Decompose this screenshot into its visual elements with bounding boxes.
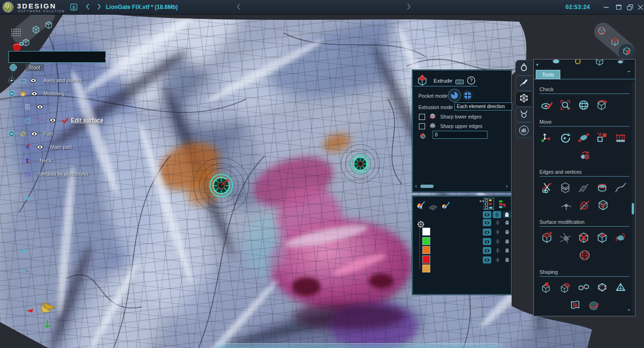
tree-item[interactable] — [0, 103, 151, 112]
layer-color-swatch[interactable] — [422, 246, 430, 254]
paint-picker-icon[interactable] — [441, 200, 451, 211]
eye-icon[interactable] — [30, 90, 38, 98]
eye-toggle[interactable] — [483, 247, 491, 254]
extend-corner-tool[interactable] — [559, 198, 573, 212]
weld-vertices-tool[interactable] — [577, 198, 592, 212]
maximize-button[interactable] — [614, 3, 623, 11]
deform-flag-tool[interactable] — [568, 298, 583, 312]
tree-item[interactable]: Section fix sketch(es) — [0, 170, 151, 179]
layer-list-view-button[interactable] — [484, 198, 494, 210]
sharp-lower-edges-label[interactable]: Sharp lower edges — [440, 114, 482, 119]
eye-icon[interactable] — [30, 130, 38, 138]
scroll-thumb[interactable] — [420, 185, 434, 188]
tab-jewelry-ring[interactable] — [515, 60, 531, 76]
eye-toggle[interactable] — [483, 219, 491, 226]
cube-edges-icon[interactable] — [610, 37, 620, 47]
freeze-toggle[interactable] — [493, 238, 502, 245]
tree-item-label[interactable]: Part — [44, 131, 53, 136]
eye-toggle-all[interactable] — [483, 211, 491, 218]
cube-face-selected[interactable] — [618, 44, 635, 60]
ring-marker-icon[interactable] — [573, 59, 583, 67]
scale-ellipse-tool[interactable] — [576, 130, 591, 144]
replace-face-tool[interactable] — [595, 230, 609, 245]
extrusion-mode-select[interactable]: Each element direction — [454, 102, 512, 110]
scroll-down-icon[interactable]: ⌄ — [627, 306, 631, 312]
layer-color-swatch[interactable] — [422, 255, 430, 263]
tab-render[interactable] — [515, 107, 531, 122]
wrap-sphere-tool[interactable] — [577, 248, 592, 262]
inspect-magnifier-tool[interactable] — [558, 98, 572, 112]
sharp-upper-edges-label[interactable]: Sharp upper edges — [440, 123, 482, 129]
eye-toggle[interactable] — [483, 238, 491, 245]
minus-expander-icon[interactable] — [8, 130, 16, 138]
pocket-mode-pie-button[interactable] — [449, 90, 460, 101]
link-shapes-tool[interactable] — [576, 280, 591, 295]
eye-icon[interactable] — [29, 76, 37, 85]
distance-input[interactable]: 0 — [433, 131, 487, 139]
tools-scroll-thumb[interactable] — [632, 203, 634, 214]
delete-face-tool[interactable] — [540, 230, 554, 245]
ghost-toggle[interactable] — [503, 229, 511, 236]
restore-button[interactable] — [625, 3, 635, 11]
emboss-ring-tool[interactable] — [595, 280, 609, 295]
extrude-up-tool[interactable] — [540, 280, 554, 295]
patch-surface-tool[interactable] — [558, 230, 572, 245]
tree-item-label[interactable]: Edit surface — [71, 117, 104, 124]
tab-mesh-modeling[interactable] — [515, 91, 531, 107]
cube-rotation-check-tool[interactable] — [595, 98, 609, 112]
align-squares-tool[interactable] — [595, 130, 609, 144]
ellipse-marker-icon[interactable] — [551, 59, 561, 67]
tree-item[interactable]: Modeling — [0, 90, 151, 99]
plus-expander-icon[interactable] — [8, 76, 16, 85]
tree-item-label[interactable]: Axes and planes — [44, 77, 82, 83]
smooth-curve-tool[interactable] — [613, 180, 627, 195]
freeze-toggle-all[interactable] — [493, 211, 501, 218]
sharp-lower-edges-checkbox[interactable] — [419, 114, 425, 120]
close-button[interactable] — [635, 3, 644, 11]
tree-item[interactable]: Neck — [0, 157, 151, 166]
help-icon[interactable]: ? — [466, 76, 476, 85]
ghost-toggle[interactable] — [503, 238, 511, 245]
tree-item[interactable]: Main part — [0, 143, 151, 153]
tab-sketch[interactable] — [515, 76, 531, 91]
save-icon[interactable] — [69, 2, 78, 12]
eraser-icon[interactable] — [428, 201, 438, 212]
dialog-scrollbar[interactable]: ‹ › — [413, 182, 510, 190]
scroll-up-icon[interactable]: ⌃ — [627, 70, 631, 76]
cut-scissors-tool[interactable] — [540, 180, 554, 195]
freeze-toggle[interactable] — [493, 256, 502, 263]
twist-sphere-tool[interactable] — [587, 298, 601, 312]
tree-item-label[interactable]: Section fix sketch(es) — [39, 171, 88, 177]
layer-color-swatch[interactable] — [422, 237, 430, 245]
tools-scrollbar[interactable] — [632, 81, 634, 313]
freeze-toggle[interactable] — [493, 229, 502, 236]
viewport-bottom-scrollbar[interactable] — [215, 343, 501, 348]
tree-item[interactable]: Axes and planes — [0, 76, 151, 86]
pocket-mode-quad-button[interactable] — [462, 90, 473, 101]
paint-brush-icon[interactable] — [416, 200, 426, 211]
panel-collapse-left-icon[interactable] — [235, 2, 243, 11]
sharp-upper-edges-checkbox[interactable] — [419, 123, 425, 129]
ghost-toggle[interactable] — [503, 247, 511, 254]
ghost-toggle-all[interactable] — [503, 211, 511, 218]
tree-item[interactable]: Edit surface — [0, 116, 151, 126]
cube-vertex-tool-tool[interactable] — [596, 198, 610, 212]
scroll-left-icon[interactable]: ‹ — [413, 183, 419, 189]
translate-axes-tool[interactable] — [540, 130, 554, 144]
remove-surface-tool[interactable] — [576, 230, 591, 245]
layer-color-swatch[interactable] — [422, 264, 430, 272]
tab-di[interactable]: di — [515, 122, 531, 138]
eye-icon[interactable] — [36, 143, 44, 151]
swap-positions-tool[interactable] — [577, 148, 592, 162]
sharpen-edge-tool[interactable] — [595, 180, 609, 195]
tools-tab[interactable]: Tools — [536, 70, 560, 79]
move-vertices-tool[interactable] — [613, 130, 627, 144]
rotate-tool[interactable] — [558, 130, 572, 144]
tree-item[interactable]: Part — [0, 130, 151, 139]
scroll-right-icon[interactable]: › — [504, 183, 510, 189]
eye-icon[interactable] — [36, 103, 44, 111]
taper-pyramid-tool[interactable] — [613, 280, 627, 295]
tree-item-label[interactable]: Neck — [40, 158, 52, 163]
keyboard-icon[interactable] — [454, 76, 465, 87]
panel-collapse-right-icon[interactable] — [404, 2, 413, 11]
